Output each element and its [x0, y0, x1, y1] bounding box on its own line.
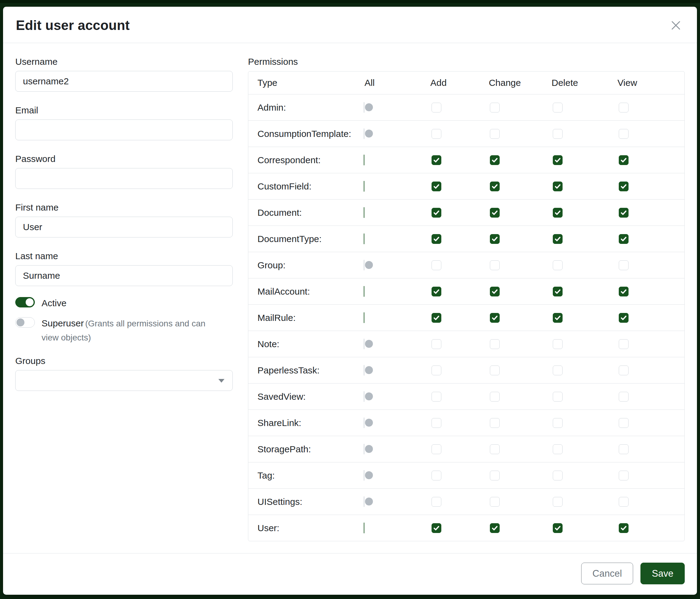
permission-all-toggle[interactable]: [364, 365, 364, 376]
permission-all-toggle[interactable]: [364, 207, 364, 218]
permission-delete-checkbox[interactable]: [553, 392, 562, 402]
permission-add-checkbox[interactable]: [431, 497, 441, 507]
permission-change-checkbox[interactable]: [490, 287, 500, 296]
permission-change-checkbox[interactable]: [490, 103, 500, 113]
permission-change-checkbox[interactable]: [490, 260, 500, 270]
permission-view-checkbox[interactable]: [619, 497, 628, 507]
permission-add-checkbox[interactable]: [431, 523, 441, 533]
permission-add-checkbox[interactable]: [431, 418, 441, 428]
permission-all-toggle[interactable]: [364, 128, 364, 139]
permission-all-toggle[interactable]: [364, 260, 364, 270]
active-toggle[interactable]: [15, 297, 35, 308]
permission-view-checkbox[interactable]: [619, 208, 628, 218]
permission-delete-checkbox[interactable]: [553, 260, 562, 270]
permission-all-toggle[interactable]: [364, 339, 364, 349]
permission-change-checkbox[interactable]: [490, 129, 500, 139]
permission-view-checkbox[interactable]: [619, 313, 628, 323]
permission-delete-checkbox[interactable]: [553, 155, 562, 165]
permission-change-checkbox[interactable]: [490, 365, 500, 375]
permission-view-checkbox[interactable]: [619, 471, 628, 480]
permission-change-checkbox[interactable]: [490, 471, 500, 480]
permission-add-checkbox[interactable]: [431, 471, 441, 480]
password-input[interactable]: [15, 168, 233, 189]
first-name-input[interactable]: [15, 217, 233, 237]
permission-add-checkbox[interactable]: [431, 155, 441, 165]
permission-row: User:: [248, 514, 684, 541]
permission-add-checkbox[interactable]: [431, 339, 441, 349]
permission-add-checkbox[interactable]: [431, 208, 441, 218]
permission-row: Tag:: [248, 462, 684, 488]
permission-delete-checkbox[interactable]: [553, 182, 562, 191]
permission-change-checkbox[interactable]: [490, 418, 500, 428]
permission-delete-checkbox[interactable]: [553, 339, 562, 349]
permission-all-toggle[interactable]: [364, 444, 364, 454]
permission-add-checkbox[interactable]: [431, 445, 441, 454]
permission-view-checkbox[interactable]: [619, 418, 628, 428]
permission-delete-checkbox[interactable]: [553, 523, 562, 533]
permission-delete-checkbox[interactable]: [553, 365, 562, 375]
permission-all-toggle[interactable]: [364, 496, 364, 507]
permission-view-checkbox[interactable]: [619, 445, 628, 454]
permission-delete-checkbox[interactable]: [553, 313, 562, 323]
permission-change-checkbox[interactable]: [490, 523, 500, 533]
permission-view-checkbox[interactable]: [619, 260, 628, 270]
permission-view-checkbox[interactable]: [619, 103, 628, 113]
permission-all-toggle[interactable]: [364, 391, 364, 402]
permission-view-checkbox[interactable]: [619, 129, 628, 139]
permission-add-checkbox[interactable]: [431, 365, 441, 375]
permission-view-checkbox[interactable]: [619, 287, 628, 296]
permission-change-checkbox[interactable]: [490, 497, 500, 507]
permission-view-checkbox[interactable]: [619, 339, 628, 349]
groups-select[interactable]: [15, 370, 233, 391]
permission-delete-checkbox[interactable]: [553, 445, 562, 454]
save-button[interactable]: Save: [641, 562, 685, 584]
permission-delete-checkbox[interactable]: [553, 208, 562, 218]
permission-all-toggle[interactable]: [364, 523, 364, 533]
permission-change-checkbox[interactable]: [490, 234, 500, 244]
permission-view-checkbox[interactable]: [619, 392, 628, 402]
permission-view-checkbox[interactable]: [619, 523, 628, 533]
permission-delete-checkbox[interactable]: [553, 497, 562, 507]
permission-add-checkbox[interactable]: [431, 234, 441, 244]
permission-change-checkbox[interactable]: [490, 445, 500, 454]
permission-type: Group:: [248, 260, 364, 270]
permission-delete-checkbox[interactable]: [553, 234, 562, 244]
permission-row: UISettings:: [248, 488, 684, 514]
permission-change-checkbox[interactable]: [490, 339, 500, 349]
permission-change-checkbox[interactable]: [490, 313, 500, 323]
permission-add-checkbox[interactable]: [431, 313, 441, 323]
permission-view-checkbox[interactable]: [619, 155, 628, 165]
permission-delete-checkbox[interactable]: [553, 103, 562, 113]
permission-all-toggle[interactable]: [364, 417, 364, 428]
permission-add-checkbox[interactable]: [431, 103, 441, 113]
permission-change-checkbox[interactable]: [490, 392, 500, 402]
last-name-input[interactable]: [15, 265, 233, 286]
permission-add-checkbox[interactable]: [431, 182, 441, 191]
permission-view-checkbox[interactable]: [619, 365, 628, 375]
permission-add-checkbox[interactable]: [431, 392, 441, 402]
permission-view-checkbox[interactable]: [619, 182, 628, 191]
permission-add-checkbox[interactable]: [431, 129, 441, 139]
permission-delete-checkbox[interactable]: [553, 129, 562, 139]
permission-change-checkbox[interactable]: [490, 182, 500, 191]
permission-delete-checkbox[interactable]: [553, 287, 562, 296]
permission-all-toggle[interactable]: [364, 181, 364, 192]
permission-delete-checkbox[interactable]: [553, 471, 562, 480]
permission-view-checkbox[interactable]: [619, 234, 628, 244]
permission-all-toggle[interactable]: [364, 312, 364, 323]
cancel-button[interactable]: Cancel: [581, 562, 633, 584]
superuser-toggle[interactable]: [15, 317, 35, 328]
permission-all-toggle[interactable]: [364, 470, 364, 481]
permission-change-checkbox[interactable]: [490, 208, 500, 218]
permission-all-toggle[interactable]: [364, 102, 364, 113]
email-input[interactable]: [15, 119, 233, 140]
permission-all-toggle[interactable]: [364, 154, 364, 165]
permission-all-toggle[interactable]: [364, 234, 364, 244]
permission-add-checkbox[interactable]: [431, 287, 441, 296]
permission-all-toggle[interactable]: [364, 286, 364, 297]
close-button[interactable]: [668, 17, 684, 33]
permission-change-checkbox[interactable]: [490, 155, 500, 165]
permission-add-checkbox[interactable]: [431, 260, 441, 270]
username-input[interactable]: [15, 71, 233, 92]
permission-delete-checkbox[interactable]: [553, 418, 562, 428]
